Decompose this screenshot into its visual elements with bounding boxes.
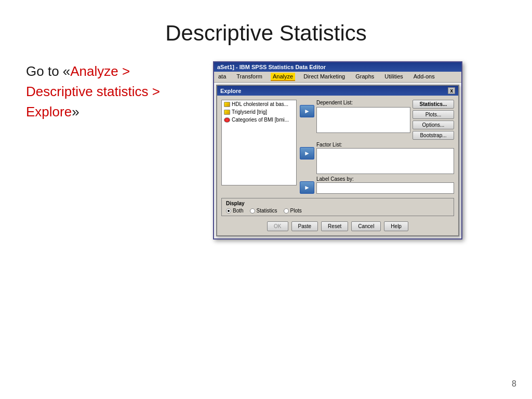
radio-statistics[interactable]: Statistics [250, 208, 277, 214]
spss-titlebar: aSet1] - IBM SPSS Statistics Data Editor [214, 62, 461, 72]
dialog-sections: Dependent List: [316, 100, 410, 133]
content-area: Go to «Analyze > Descriptive statistics … [0, 61, 532, 240]
variable-trig-label: Triglyserid [trig] [232, 109, 267, 115]
radio-statistics-label: Statistics [257, 208, 277, 214]
radio-both-circle [226, 208, 231, 214]
dependent-row: ► Dependent List: Statistics... Plots...… [300, 100, 454, 140]
variable-trig[interactable]: Triglyserid [trig] [222, 108, 296, 116]
menu-graphs[interactable]: Graphs [353, 73, 376, 81]
display-section: Display Both Statistics Plots [221, 198, 454, 216]
radio-both[interactable]: Both [226, 208, 244, 214]
factor-label: Factor List: [316, 142, 454, 148]
dialog-titlebar: Explore x [217, 86, 458, 96]
display-label: Display [226, 201, 449, 206]
help-button[interactable]: Help [384, 221, 408, 231]
instruction-suffix: » [72, 104, 79, 119]
arrow-col-1: ► [300, 100, 314, 117]
spss-menubar: ata Transform Analyze Direct Marketing G… [214, 72, 461, 83]
explore-dialog: Explore x HDL cholesterol at bas... Trig… [216, 85, 459, 236]
label-section: Label Cases by: [316, 176, 454, 194]
dialog-title-text: Explore [220, 88, 241, 94]
ok-button[interactable]: OK [267, 221, 288, 231]
page-number: 8 [512, 379, 516, 389]
arrow-factor[interactable]: ► [300, 147, 314, 159]
variable-bmi-label: Categories of BMI [bmi... [232, 117, 289, 123]
factor-list-box[interactable] [316, 148, 454, 174]
radio-plots-circle [284, 208, 289, 214]
dependent-list-box[interactable] [316, 107, 410, 133]
label-row: ► Label Cases by: [300, 176, 454, 194]
statistics-button[interactable]: Statistics... [413, 100, 454, 109]
variable-icon-yellow-1 [224, 102, 230, 107]
dialog-close-button[interactable]: x [448, 87, 455, 94]
plots-button[interactable]: Plots... [413, 110, 454, 119]
dependent-label: Dependent List: [316, 100, 410, 105]
instruction-text: Go to «Analyze > Descriptive statistics … [26, 61, 192, 240]
reset-button[interactable]: Reset [321, 221, 348, 231]
action-buttons: Statistics... Plots... Options... Bootst… [413, 100, 454, 140]
menu-data[interactable]: ata [216, 73, 228, 81]
arrow-col-3: ► [300, 176, 314, 194]
arrow-col-2: ► [300, 142, 314, 159]
label-cases-label: Label Cases by: [316, 176, 454, 182]
spss-window: aSet1] - IBM SPSS Statistics Data Editor… [213, 61, 462, 240]
arrow-label[interactable]: ► [300, 181, 314, 194]
menu-addons[interactable]: Add-ons [411, 73, 437, 81]
dialog-body: HDL cholesterol at bas... Triglyserid [t… [217, 96, 458, 198]
spss-title-text: aSet1] - IBM SPSS Statistics Data Editor [217, 64, 326, 70]
radio-plots-label: Plots [290, 208, 302, 214]
menu-transform[interactable]: Transform [234, 73, 264, 81]
factor-section: Factor List: [316, 142, 454, 174]
paste-button[interactable]: Paste [291, 221, 318, 231]
factor-row: ► Factor List: [300, 142, 454, 174]
options-button[interactable]: Options... [413, 121, 454, 129]
variable-hdl[interactable]: HDL cholesterol at bas... [222, 100, 296, 108]
radio-statistics-circle [250, 208, 255, 214]
arrow-dependent[interactable]: ► [300, 105, 314, 117]
slide-title: Descriptive Statistics [0, 0, 532, 61]
radio-both-label: Both [233, 208, 244, 214]
display-radio-group: Both Statistics Plots [226, 208, 449, 214]
instruction-prefix: Go to « [26, 63, 70, 79]
radio-plots[interactable]: Plots [284, 208, 302, 214]
bottom-buttons: OK Paste Reset Cancel Help [217, 219, 458, 235]
bootstrap-button[interactable]: Bootstrap... [413, 131, 454, 140]
label-cases-box[interactable] [316, 182, 454, 194]
menu-direct-marketing[interactable]: Direct Marketing [301, 73, 347, 81]
variable-icon-yellow-2 [224, 110, 230, 115]
variable-icon-red [224, 117, 230, 123]
spss-screenshot: aSet1] - IBM SPSS Statistics Data Editor… [213, 61, 506, 240]
menu-analyze[interactable]: Analyze [271, 73, 295, 81]
variable-bmi[interactable]: Categories of BMI [bmi... [222, 116, 296, 124]
variable-hdl-label: HDL cholesterol at bas... [232, 101, 288, 107]
menu-utilities[interactable]: Utilities [382, 73, 405, 81]
cancel-button[interactable]: Cancel [351, 221, 381, 231]
variable-list: HDL cholesterol at bas... Triglyserid [t… [221, 100, 297, 185]
